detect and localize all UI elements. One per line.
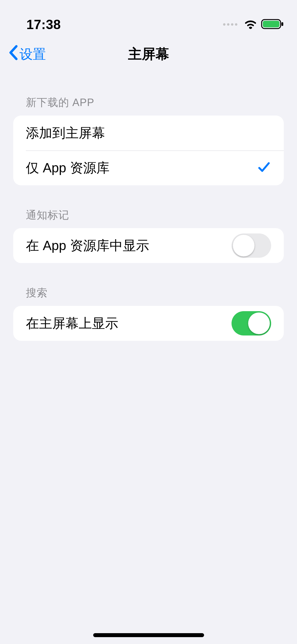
back-label: 设置 <box>20 45 46 63</box>
toggle-show-on-home[interactable]: 在主屏幕上显示 <box>13 306 284 341</box>
group-new-apps: 添加到主屏幕 仅 App 资源库 <box>13 116 284 185</box>
battery-icon <box>261 19 284 31</box>
row-label: 在主屏幕上显示 <box>26 315 118 332</box>
content: 新下载的 APP 添加到主屏幕 仅 App 资源库 通知标记 在 App 资源库… <box>0 95 297 341</box>
switch-show-on-home[interactable] <box>232 311 271 335</box>
home-indicator <box>93 633 204 637</box>
section-search: 搜索 在主屏幕上显示 <box>13 286 284 341</box>
section-header: 通知标记 <box>13 208 284 222</box>
group-notification-badges: 在 App 资源库中显示 <box>13 228 284 263</box>
svg-rect-1 <box>263 21 280 27</box>
switch-thumb <box>233 235 254 256</box>
status-time: 17:38 <box>26 17 61 32</box>
svg-rect-2 <box>281 22 283 26</box>
option-app-library-only[interactable]: 仅 App 资源库 <box>13 150 284 185</box>
chevron-left-icon <box>8 45 18 64</box>
status-icons <box>223 19 284 31</box>
back-button[interactable]: 设置 <box>8 45 46 64</box>
page-title: 主屏幕 <box>128 45 169 63</box>
section-new-apps: 新下载的 APP 添加到主屏幕 仅 App 资源库 <box>13 95 284 185</box>
toggle-show-in-app-library[interactable]: 在 App 资源库中显示 <box>13 228 284 263</box>
wifi-icon <box>244 19 257 30</box>
option-add-to-home[interactable]: 添加到主屏幕 <box>13 116 284 150</box>
group-search: 在主屏幕上显示 <box>13 306 284 341</box>
cellular-dots-icon <box>223 23 237 26</box>
section-notification-badges: 通知标记 在 App 资源库中显示 <box>13 208 284 263</box>
switch-show-in-app-library[interactable] <box>232 233 271 258</box>
nav-bar: 设置 主屏幕 <box>0 37 297 71</box>
section-header: 搜索 <box>13 286 284 300</box>
section-header: 新下载的 APP <box>13 95 284 110</box>
row-label: 在 App 资源库中显示 <box>26 237 149 255</box>
switch-thumb <box>248 312 270 334</box>
status-bar: 17:38 <box>0 0 297 37</box>
checkmark-icon <box>257 160 271 176</box>
row-label: 仅 App 资源库 <box>26 159 110 177</box>
row-label: 添加到主屏幕 <box>26 124 105 142</box>
